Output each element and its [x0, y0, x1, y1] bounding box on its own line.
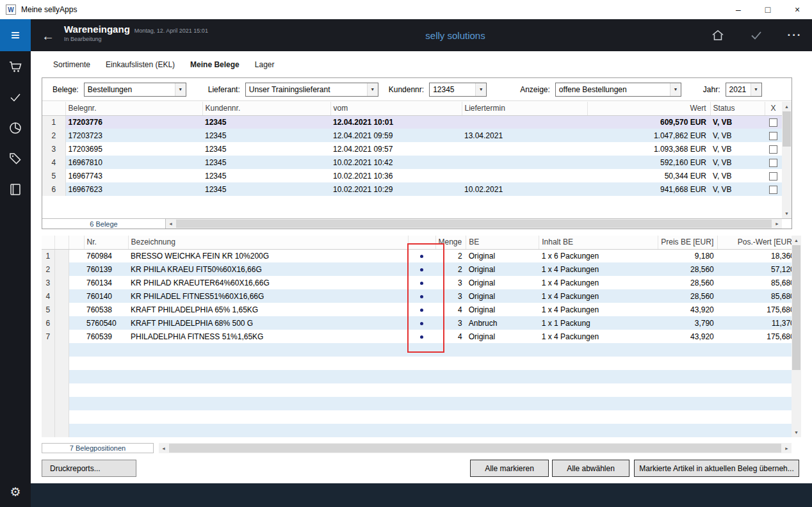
orders-count-tab: 6 Belege — [42, 219, 166, 229]
positions-hscrollbar[interactable]: ◄ ► — [159, 443, 792, 453]
more-button[interactable]: ··· — [786, 27, 803, 44]
scrollbar-thumb[interactable] — [169, 444, 781, 453]
row-checkbox[interactable] — [769, 145, 777, 154]
marker-dot-icon — [420, 322, 423, 325]
app-icon: W — [6, 4, 16, 15]
sidebar-item-prices[interactable] — [0, 143, 31, 174]
scroll-right-icon[interactable]: ► — [782, 443, 792, 453]
column-header-kundennr: Kundennr. — [202, 102, 330, 115]
order-row[interactable]: 1172037761234512.04.2021 10:01609,570 EU… — [42, 115, 782, 129]
order-row[interactable]: 5169677431234510.02.2021 10:3650,344 EUR… — [42, 169, 782, 182]
home-button[interactable] — [710, 27, 726, 44]
titlebar: W Meine sellyApps – □ × — [0, 0, 812, 19]
marker-dot-icon — [420, 335, 423, 339]
orders-hscrollbar[interactable]: ◄ ► — [166, 219, 782, 229]
close-button[interactable]: × — [783, 0, 812, 19]
tab-einkaufslisten-ekl[interactable]: Einkaufslisten (EKL) — [106, 60, 175, 69]
sidebar-item-tasks[interactable] — [0, 82, 31, 113]
druckreports-button[interactable]: Druckreports... — [42, 460, 136, 477]
position-row[interactable]: 2760139KR PHILA KRAEU FIT50%60X16,66G2Or… — [42, 262, 799, 276]
column-header-marker — [408, 236, 435, 249]
positions-panel: Nr. Bezeichnung Menge BE Inhalt BE Preis… — [42, 236, 801, 437]
scrollbar-thumb[interactable] — [792, 245, 800, 370]
sidebar-item-cart[interactable] — [0, 51, 31, 82]
alle-abwaehlen-button[interactable]: Alle abwählen — [552, 460, 629, 477]
filter-combobox[interactable]: Unser Trainingslieferant▼ — [245, 83, 378, 97]
position-row[interactable]: 65760540KRAFT PHILADELPHIA 68% 500 G3Anb… — [42, 316, 799, 330]
order-row[interactable]: 4169678101234510.02.2021 10:42592,160 EU… — [42, 156, 782, 169]
dropdown-icon: ▼ — [670, 83, 681, 96]
sidebar-item-statistics[interactable] — [0, 113, 31, 143]
scrollbar-thumb[interactable] — [783, 111, 791, 147]
position-row[interactable]: 3760134KR PHILAD KRAEUTER64%60X16,66G3Or… — [42, 276, 799, 289]
dropdown-icon: ▼ — [475, 83, 486, 96]
filter-combobox[interactable]: offene Bestellungen▼ — [555, 83, 681, 97]
filter-label: Lieferant: — [208, 85, 240, 94]
orders-panel-footer: 6 Belege ◄ ► — [42, 218, 792, 229]
scroll-up-icon[interactable]: ▲ — [782, 102, 792, 111]
check-icon — [749, 28, 763, 42]
scroll-up-icon[interactable]: ▲ — [792, 236, 801, 245]
filter-combobox[interactable]: 2021▼ — [726, 83, 762, 97]
position-row[interactable]: 1760984BRESSO WEICHKA FEIN KR 10%200G2Or… — [42, 249, 799, 262]
combobox-value: offene Bestellungen — [559, 85, 667, 94]
sidebar-item-settings[interactable]: ⚙ — [0, 476, 31, 507]
tab-lager[interactable]: Lager — [255, 60, 275, 69]
window-title: Meine sellyApps — [21, 5, 77, 14]
row-checkbox[interactable] — [769, 186, 777, 194]
order-row[interactable]: 3172036951234512.04.2021 09:571.093,368 … — [42, 142, 782, 156]
dropdown-icon: ▼ — [367, 83, 378, 96]
tab-bar: SortimenteEinkaufslisten (EKL)Meine Bele… — [31, 51, 812, 77]
scroll-right-icon[interactable]: ► — [772, 219, 782, 229]
column-header-preis: Preis BE [EUR] — [658, 236, 718, 249]
page-status: In Bearbeitung — [64, 36, 208, 42]
filter-combobox[interactable]: 12345▼ — [429, 83, 487, 97]
order-row[interactable]: 6169676231234510.02.2021 10:2910.02.2021… — [42, 182, 782, 196]
scrollbar-thumb[interactable] — [176, 220, 772, 228]
scroll-down-icon[interactable]: ▼ — [792, 428, 801, 437]
minimize-button[interactable]: – — [724, 0, 753, 19]
position-row[interactable]: 4760140KR PHILADEL FITNES51%60X16,66G3Or… — [42, 289, 799, 303]
positions-table: Nr. Bezeichnung Menge BE Inhalt BE Preis… — [42, 236, 799, 437]
scroll-left-icon[interactable]: ◄ — [166, 219, 175, 229]
row-checkbox[interactable] — [769, 118, 777, 127]
order-row[interactable]: 2172037231234512.04.2021 09:5913.04.2021… — [42, 129, 782, 142]
scroll-left-icon[interactable]: ◄ — [159, 443, 168, 453]
marker-dot-icon — [420, 268, 423, 271]
combobox-value: 2021 — [729, 85, 748, 94]
filter-bar: Belege:Bestellungen▼Lieferant:Unser Trai… — [42, 78, 792, 101]
positions-panel-footer: 7 Belegpositionen ◄ ► — [42, 443, 801, 453]
tab-sortimente[interactable]: Sortimente — [53, 60, 90, 69]
empty-row — [42, 397, 799, 410]
scroll-down-icon[interactable]: ▼ — [782, 209, 792, 218]
position-row[interactable]: 7760539PHILADELPHIA FITNESS 51%1,65KG4Or… — [42, 330, 799, 343]
row-checkbox[interactable] — [769, 159, 777, 167]
row-checkbox[interactable] — [769, 132, 777, 140]
alle-markieren-button[interactable]: Alle markieren — [470, 460, 549, 477]
filter-label: Belege: — [53, 85, 79, 94]
uebernehmen-button[interactable]: Markierte Artikel in aktuellen Beleg übe… — [634, 460, 799, 477]
empty-row — [42, 343, 799, 357]
positions-table-body: 1760984BRESSO WEICHKA FEIN KR 10%200G2Or… — [42, 249, 799, 437]
menu-button[interactable]: ≡ — [0, 19, 31, 51]
header-actions: ··· — [710, 19, 803, 51]
orders-vscrollbar[interactable]: ▲ ▼ — [782, 102, 792, 218]
positions-vscrollbar[interactable]: ▲ ▼ — [792, 236, 801, 437]
position-row[interactable]: 5760538KRAFT PHILADELPHIA 65% 1,65KG4Ori… — [42, 303, 799, 316]
filter-label: Jahr: — [703, 85, 720, 94]
empty-row — [42, 383, 799, 397]
title-block: Wareneingang Montag, 12. April 2021 15:0… — [64, 24, 208, 42]
maximize-button[interactable]: □ — [753, 0, 783, 19]
tab-meine-belege[interactable]: Meine Belege — [190, 60, 240, 69]
filter-combobox[interactable]: Bestellungen▼ — [84, 83, 186, 97]
combobox-value: Unser Trainingslieferant — [249, 85, 364, 94]
positions-header-row: Nr. Bezeichnung Menge BE Inhalt BE Preis… — [42, 236, 799, 249]
orders-panel: Belege:Bestellungen▼Lieferant:Unser Trai… — [42, 77, 792, 229]
sidebar-item-catalog[interactable] — [0, 174, 31, 205]
close-icon: × — [795, 4, 800, 15]
back-button[interactable]: ← — [40, 28, 56, 44]
row-checkbox[interactable] — [769, 172, 777, 181]
window-controls: – □ × — [724, 0, 812, 19]
tag-icon — [8, 152, 22, 166]
confirm-button[interactable] — [748, 27, 765, 44]
